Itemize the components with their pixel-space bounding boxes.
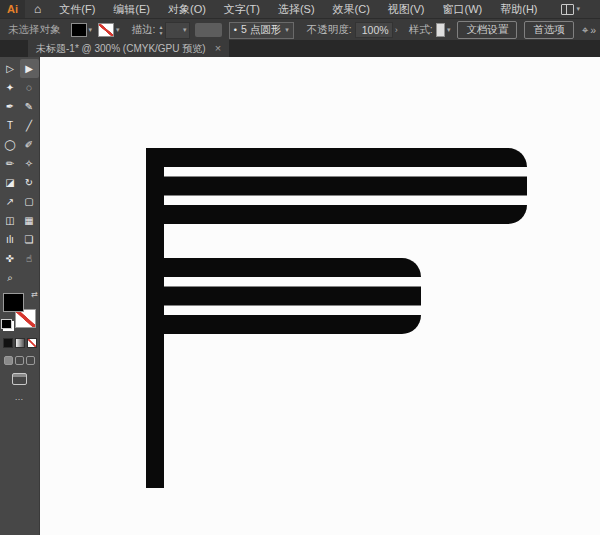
tool-shaper[interactable]: ✧ [20,154,39,173]
fill-indicator[interactable] [3,293,24,312]
menu-item-help[interactable]: 帮助(H) [491,0,546,18]
tool-rotate[interactable]: ↻ [20,173,39,192]
chevron-down-icon: ▾ [577,5,581,13]
menu-item-view[interactable]: 视图(V) [379,0,434,18]
chevron-down-icon: ▾ [285,26,289,34]
tool-line-segment[interactable]: ╱ [20,116,39,135]
overflow-chevron-icon[interactable]: » [590,24,596,36]
tool-selection[interactable]: ▶ [20,59,39,78]
width-profile-field [195,23,221,37]
chevron-right-icon[interactable]: › [395,25,398,35]
tool-pen[interactable]: ✒ [1,97,20,116]
stroke-weight-label: 描边: [132,23,156,37]
tool-pencil[interactable]: ✏ [1,154,20,173]
app-logo-icon[interactable]: Ai [0,0,25,18]
tool-shape-builder[interactable]: ◫ [1,211,20,230]
stripe-gap [164,277,594,287]
stroke-weight-dropdown[interactable]: ▾ [165,22,190,39]
stripe-gap [164,196,594,206]
draw-behind-button[interactable] [15,356,24,365]
style-label: 样式: [409,23,433,37]
menu-item-object[interactable]: 对象(O) [159,0,215,18]
tool-artboard[interactable]: ❏ [20,230,39,249]
draw-normal-button[interactable] [4,356,13,365]
stroke-weight-stepper[interactable]: ▲ ▼ [158,25,163,36]
stripe-group-top[interactable] [146,148,527,224]
stripe-gap [164,306,594,316]
draw-inside-button[interactable] [26,356,35,365]
menu-item-edit[interactable]: 编辑(E) [104,0,159,18]
opacity-label: 不透明度: [307,23,352,37]
gradient-button[interactable] [15,338,25,348]
tool-column-graph[interactable]: ılı [1,230,20,249]
tool-panel: ▷ ▶ ✦ ◌ ✒ ✎ T ╱ ◯ ✐ ✏ ✧ ◪ ↻ ↗ ▢ ◫ ▦ ılı … [0,57,40,535]
preferences-button[interactable]: 首选项 [524,21,574,39]
tool-mesh[interactable]: ▦ [20,211,39,230]
none-button[interactable] [27,338,37,348]
illustrator-window: Ai ⌂ 文件(F) 编辑(E) 对象(O) 文字(T) 选择(S) 效果(C)… [0,0,600,535]
stroke-none-icon [98,23,114,37]
brush-definition-dropdown[interactable]: • 5 点圆形 ▾ [229,22,294,39]
fill-color-icon [71,23,87,37]
select-similar-icon[interactable]: ⌖ [582,24,588,37]
menu-item-window[interactable]: 窗口(W) [434,0,492,18]
tool-paintbrush[interactable]: ✐ [20,135,39,154]
step-up-icon: ▲ [158,25,163,30]
stripe-group-bottom[interactable] [146,258,421,334]
workspace-switcher[interactable]: ▾ [561,4,581,15]
default-fill-stroke-icon[interactable] [1,319,12,329]
document-setup-button[interactable]: 文档设置 [457,21,517,39]
tool-curvature[interactable]: ✎ [20,97,39,116]
more-tools-icon[interactable]: … [15,392,25,402]
drawing-mode-buttons [4,356,35,365]
step-down-icon: ▼ [158,31,163,36]
chevron-down-icon: ▾ [183,26,187,34]
tool-scale[interactable]: ↗ [1,192,20,211]
color-button[interactable] [3,338,13,348]
chevron-down-icon: ▾ [89,26,93,34]
fill-stroke-indicator: ⇄ [3,293,36,328]
tool-free-transform[interactable]: ▢ [20,192,39,211]
stroke-swatch[interactable]: ▾ [98,23,120,37]
tool-zoom[interactable]: ⌕ [1,268,20,287]
tool-eraser[interactable]: ◪ [1,173,20,192]
tool-type[interactable]: T [1,116,20,135]
flag-pole[interactable] [146,148,164,488]
menu-bar: Ai ⌂ 文件(F) 编辑(E) 对象(O) 文字(T) 选择(S) 效果(C)… [0,0,600,18]
home-icon[interactable]: ⌂ [25,2,50,16]
tool-lasso[interactable]: ◌ [20,78,39,97]
artwork-svg [40,57,600,535]
stripe-gap [164,167,594,177]
document-tab-bar: 未标题-1* @ 300% (CMYK/GPU 预览) × [0,40,600,57]
tool-magic-wand[interactable]: ✦ [1,78,20,97]
chevron-down-icon[interactable]: ▾ [447,26,451,34]
menu-item-select[interactable]: 选择(S) [269,0,324,18]
paint-style-buttons [3,338,37,348]
menu-item-file[interactable]: 文件(F) [50,0,104,18]
menu-item-effect[interactable]: 效果(C) [324,0,379,18]
tool-eyedropper[interactable]: ✜ [1,249,20,268]
opacity-input[interactable]: 100% [355,22,393,38]
fill-swatch[interactable]: ▾ [71,23,93,37]
tool-grid: ▷ ▶ ✦ ◌ ✒ ✎ T ╱ ◯ ✐ ✏ ✧ ◪ ↻ ↗ ▢ ◫ ▦ ılı … [1,59,39,287]
brush-preview-icon: • [234,25,237,35]
close-icon[interactable]: × [215,43,221,54]
swap-fill-stroke-icon[interactable]: ⇄ [31,290,38,299]
flag-logo-artwork[interactable] [146,148,594,488]
style-swatch[interactable] [436,23,445,37]
document-title: 未标题-1* @ 300% (CMYK/GPU 预览) [36,42,206,56]
workspace-icon [561,4,574,15]
tool-hand[interactable]: ☝ [20,249,39,268]
document-tab[interactable]: 未标题-1* @ 300% (CMYK/GPU 预览) × [28,40,229,57]
tool-ellipse[interactable]: ◯ [1,135,20,154]
menu-item-type[interactable]: 文字(T) [215,0,269,18]
tool-spacer [20,268,39,287]
brush-name: 5 点圆形 [241,23,281,37]
tool-direct-selection[interactable]: ▷ [1,59,20,78]
selection-status: 未选择对象 [8,23,61,37]
screen-mode-button[interactable] [12,373,27,385]
artboard-canvas[interactable] [40,57,600,535]
chevron-down-icon: ▾ [116,26,120,34]
control-bar: 未选择对象 ▾ ▾ 描边: ▲ ▼ ▾ • 5 点圆形 ▾ 不透明度: 100%… [0,18,600,42]
